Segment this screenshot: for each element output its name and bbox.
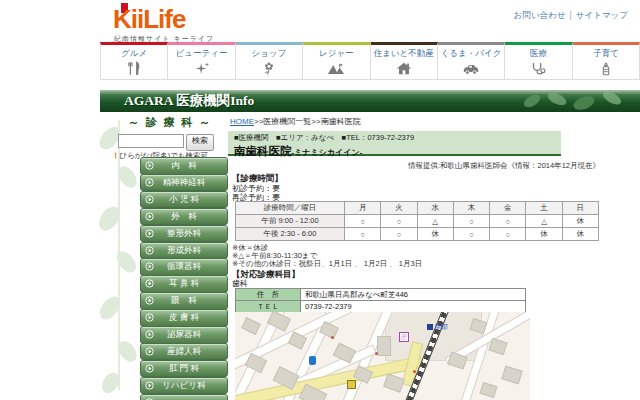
arrow-circle-icon: [145, 161, 154, 170]
site-logo[interactable]: KiiLife: [113, 6, 185, 32]
sitemap-link[interactable]: サイトマップ: [576, 10, 628, 20]
map-temple-icon: 卍: [399, 332, 409, 342]
map-station-icon: [427, 324, 433, 330]
address-table: 住 所 和歌山県日高郡みなべ町芝446 ＴＥＬ 0739-72-2379: [235, 288, 526, 313]
tab-medical[interactable]: 医療: [505, 42, 572, 80]
sidebar-item[interactable]: 小 児 科: [140, 191, 228, 209]
hours-header-row: 診療時間／曜日 月 火 水 木 金 土 日: [236, 202, 599, 215]
sidebar-item[interactable]: 産婦人科: [140, 343, 228, 361]
provider-note: 情報提供:和歌山県歯科医師会《情報：2014年12月現在》: [228, 161, 600, 171]
arrow-circle-icon: [145, 212, 154, 221]
flower-icon: [260, 61, 278, 76]
hours-table: 診療時間／曜日 月 火 水 木 金 土 日 午前 9:00 - 12:00 ○ …: [235, 201, 599, 241]
tab-shop[interactable]: ショップ: [236, 42, 303, 80]
section-banner: AGARA 医療機関Info: [100, 90, 640, 112]
sidebar-item[interactable]: 泌尿器科: [140, 326, 228, 344]
arrow-circle-icon: [145, 195, 154, 204]
arrow-circle-icon: [145, 178, 154, 187]
main-nav: グルメ ビューティー ショップ レジャー 住まいと不動産 くるま・バイク 医療: [100, 42, 640, 80]
search-button[interactable]: 検索: [186, 134, 214, 151]
sidebar-item[interactable]: 形成外科: [140, 242, 228, 260]
tab-leisure[interactable]: レジャー: [303, 42, 370, 80]
sidebar-item[interactable]: 整形外科: [140, 225, 228, 243]
map-station-label: 南部: [435, 323, 448, 332]
sidebar-item[interactable]: リハビリ科: [140, 377, 228, 395]
breadcrumb-home-link[interactable]: HOME: [230, 117, 254, 126]
map[interactable]: 南部 卍: [235, 312, 530, 400]
sidebar-item[interactable]: 眼 科: [140, 292, 228, 310]
header-links: お問い合わせ|サイトマップ: [514, 10, 628, 22]
hours-row-pm: 午後 2:30 - 6:00 ○ ○ 休 ○ ○ 休 休: [236, 228, 599, 241]
house-icon: [395, 61, 413, 76]
sidebar-item[interactable]: [140, 394, 228, 400]
arrow-circle-icon: [145, 313, 154, 322]
leaf-decoration-icon: [512, 91, 632, 111]
link-separator: |: [570, 10, 572, 20]
arrow-circle-icon: [145, 330, 154, 339]
map-badge-icon: [347, 380, 356, 389]
fork-knife-icon: [125, 61, 143, 76]
tab-housing[interactable]: 住まいと不動産: [371, 42, 438, 80]
mountain-icon: [327, 61, 345, 76]
sidebar-item[interactable]: 耳 鼻 科: [140, 275, 228, 293]
hours-row-am: 午前 9:00 - 12:00 ○ ○ △ ○ ○ △ 休: [236, 215, 599, 228]
clinic-kana: -ミナミシカイイン-: [292, 148, 363, 157]
address-row: 住 所 和歌山県日高郡みなべ町芝446: [236, 289, 526, 301]
sidebar-item[interactable]: 皮 膚 科: [140, 309, 228, 327]
arrow-circle-icon: [145, 229, 154, 238]
tab-childcare[interactable]: 子育て: [573, 42, 640, 80]
hours-note-3: ※その他の休診日：祝祭日、1月1日 、 1月2日 、 1月3日: [232, 259, 422, 269]
sidebar-item[interactable]: 外 科: [140, 208, 228, 226]
arrow-circle-icon: [145, 381, 154, 390]
page: KiiLife 紀南情報サイト キーライフ お問い合わせ|サイトマップ グルメ …: [0, 0, 640, 400]
sidebar-item[interactable]: 内 科: [140, 157, 228, 175]
stethoscope-icon: [529, 61, 547, 76]
sidebar-heading: ～ 診 療 科 ～: [112, 115, 228, 130]
sidebar-item[interactable]: 肛 門 科: [140, 360, 228, 378]
arrow-circle-icon: [145, 364, 154, 373]
clinic-name: 南歯科医院-ミナミシカイイン-: [234, 144, 555, 159]
tab-gourmet[interactable]: グルメ: [100, 42, 168, 80]
tab-beauty[interactable]: ビューティー: [168, 42, 235, 80]
arrow-circle-icon: [145, 279, 154, 288]
breadcrumb-rest: >>医療機関一覧>>南歯科医院: [254, 117, 361, 126]
arrow-circle-icon: [145, 246, 154, 255]
sidebar-item[interactable]: 精神神経科: [140, 174, 228, 192]
arrow-circle-icon: [145, 347, 154, 356]
contact-link[interactable]: お問い合わせ: [514, 10, 566, 20]
tel-row: ＴＥＬ 0739-72-2379: [236, 301, 526, 313]
clinic-meta: ■医療機関 ■エリア：みなべ ■TEL：0739-72-2379: [234, 133, 555, 143]
map-shop-marker-icon: [309, 356, 316, 365]
breadcrumb: HOME>>医療機関一覧>>南歯科医院: [230, 116, 361, 127]
arrow-circle-icon: [145, 262, 154, 271]
arrow-circle-icon: [145, 296, 154, 305]
tab-car-bike[interactable]: くるま・バイク: [438, 42, 505, 80]
car-icon: [462, 61, 480, 76]
sparkle-icon: [193, 61, 211, 76]
search-input[interactable]: [118, 134, 184, 148]
sidebar-item[interactable]: 循環器科: [140, 258, 228, 276]
clinic-title-box: ■医療機関 ■エリア：みなべ ■TEL：0739-72-2379 南歯科医院-ミ…: [228, 131, 561, 156]
baby-bottle-icon: [597, 61, 615, 76]
